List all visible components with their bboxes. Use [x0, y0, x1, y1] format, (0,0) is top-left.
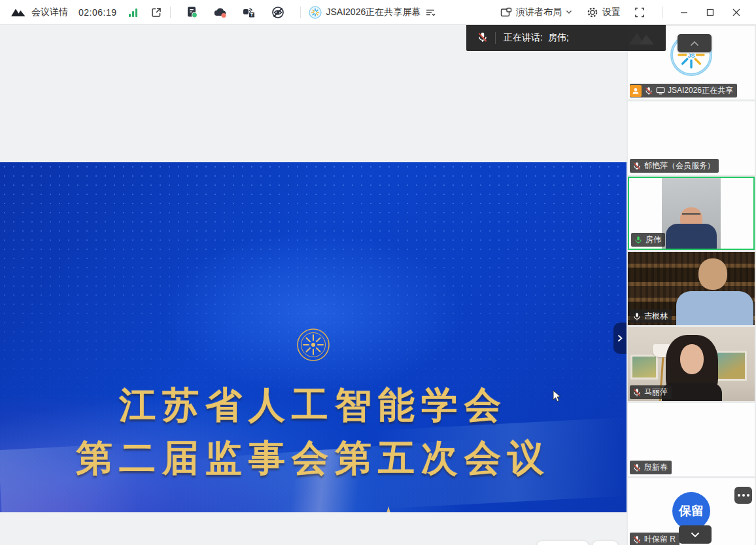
cloud-record-icon[interactable]	[213, 5, 228, 20]
participant-tile-yuyanping[interactable]: 郁艳萍（会员服务）	[628, 101, 755, 175]
slide-title-line1: 江苏省人工智能学会	[0, 378, 627, 431]
participant-tile-jigenlin[interactable]: 吉根林	[628, 252, 755, 325]
titlebar: 会议详情 02:06:19	[0, 0, 756, 25]
minimize-button[interactable]	[671, 0, 697, 25]
city-skyline	[216, 502, 582, 512]
layout-switch-button[interactable]: 演讲者布局	[500, 7, 572, 18]
participant-name: 殷新春	[644, 462, 668, 473]
fullscreen-button[interactable]	[634, 7, 645, 18]
participant-label: 殷新春	[630, 461, 672, 474]
meeting-window: 会议详情 02:06:19	[0, 0, 756, 545]
share-options-icon[interactable]	[425, 8, 436, 17]
maximize-button[interactable]	[697, 0, 723, 25]
annotate-button[interactable]: 批注	[537, 541, 589, 545]
participant-name: 叶保留 R	[644, 534, 676, 545]
mic-muted-icon	[632, 535, 642, 544]
settings-button[interactable]: 设置	[587, 7, 621, 18]
participant-avatar: 保留	[672, 492, 710, 530]
slide-title: 江苏省人工智能学会 第二届监事会第五次会议	[0, 378, 627, 484]
gear-icon	[587, 7, 598, 18]
shared-screen-area: 江苏省人工智能学会 第二届监事会第五次会议 江苏省人工智能学会 2026.04.…	[0, 25, 627, 545]
chevron-down-icon	[691, 532, 700, 538]
mic-on-icon	[632, 312, 642, 321]
sharing-status-text: JSAI2026正在共享屏幕	[326, 7, 421, 18]
participant-name: JSAI2026正在共享	[668, 85, 733, 96]
participant-name: 郁艳萍（会员服务）	[644, 160, 715, 171]
svg-text:JS: JS	[687, 52, 695, 59]
privacy-hidden-icon[interactable]	[270, 5, 286, 20]
recording-doc-icon[interactable]	[185, 5, 199, 20]
app-logo-icon	[10, 7, 26, 18]
divider	[662, 7, 663, 18]
society-emblem-icon	[296, 327, 331, 362]
participant-name: 马丽萍	[644, 387, 668, 398]
pop-out-icon[interactable]	[150, 7, 162, 18]
participant-label: 叶保留 R	[630, 533, 679, 545]
live-caption-icon[interactable]: T	[241, 5, 257, 20]
close-button[interactable]	[723, 0, 749, 25]
participant-label: 房伟	[631, 233, 665, 247]
sidebar-expand-tab[interactable]	[613, 323, 627, 354]
titlebar-left: 会议详情 02:06:19	[0, 5, 309, 20]
mic-muted-icon	[632, 463, 642, 472]
tile-more-options-button[interactable]	[734, 487, 752, 504]
sidebar-collapse-button[interactable]	[678, 34, 712, 52]
presentation-slide: 江苏省人工智能学会 第二届监事会第五次会议 江苏省人工智能学会 2026.04.…	[0, 162, 627, 512]
participant-tile-yinxinchun[interactable]: 殷新春	[628, 403, 755, 476]
chevron-up-icon	[690, 41, 699, 46]
participant-video	[698, 258, 727, 290]
layout-label: 演讲者布局	[516, 7, 562, 18]
participant-label: JSAI2026正在共享	[630, 84, 737, 97]
titlebar-right: 演讲者布局 设置	[500, 0, 756, 25]
divider	[495, 32, 496, 44]
sharing-status: JSAI2026正在共享屏幕	[309, 6, 436, 19]
participant-tile-maliping[interactable]: 马丽萍	[628, 327, 755, 401]
participant-label: 郁艳萍（会员服务）	[630, 159, 719, 173]
zoom-button[interactable]	[593, 541, 618, 545]
sharer-badge-icon	[630, 85, 642, 97]
divider	[170, 7, 171, 18]
mic-speaking-icon	[634, 236, 643, 245]
sidebar-scroll-down-button[interactable]	[679, 525, 712, 544]
participant-video	[662, 178, 721, 249]
slide-title-line2: 第二届监事会第五次会议	[0, 431, 627, 484]
screen-share-icon	[656, 86, 665, 95]
participant-name: 房伟	[645, 234, 661, 245]
participant-name: 吉根林	[644, 311, 668, 322]
participant-label: 吉根林	[630, 309, 672, 323]
chevron-right-icon	[617, 334, 623, 342]
participant-tile-fangwei[interactable]: 房伟	[628, 177, 755, 250]
meeting-details-button[interactable]: 会议详情	[31, 7, 68, 18]
speaking-label: 正在讲话:	[504, 32, 543, 44]
svg-text:T: T	[250, 12, 253, 17]
watermark-logo-icon	[628, 30, 662, 47]
network-signal-icon	[129, 8, 137, 17]
avatar-text: 保留	[679, 502, 704, 519]
speaker-names: 房伟;	[548, 32, 569, 44]
mic-muted-icon	[644, 86, 653, 96]
mic-muted-icon	[632, 162, 642, 171]
mic-muted-icon	[477, 31, 489, 45]
speaking-toast: 正在讲话: 房伟;	[466, 25, 666, 51]
participant-label: 马丽萍	[630, 385, 672, 399]
settings-label: 设置	[602, 7, 621, 18]
divider	[300, 7, 301, 18]
chevron-down-icon	[566, 10, 572, 14]
meeting-timer: 02:06:19	[78, 7, 117, 18]
sharer-avatar	[309, 6, 322, 19]
participant-video	[630, 355, 658, 379]
mic-muted-icon	[632, 388, 642, 397]
